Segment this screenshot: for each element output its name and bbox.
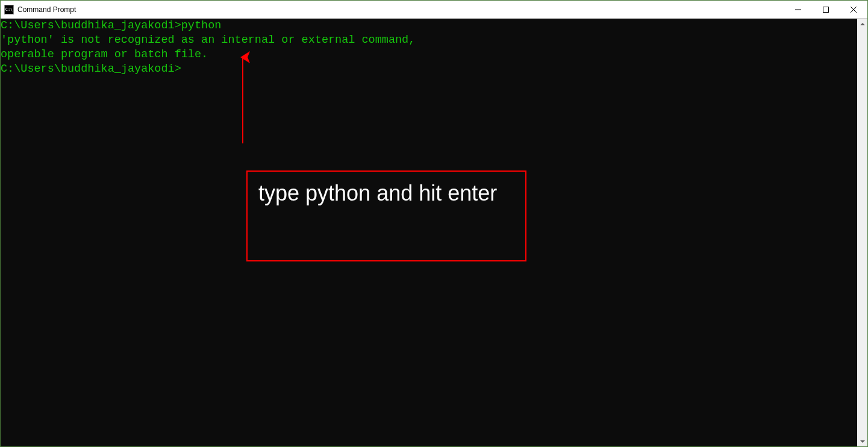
vertical-scrollbar[interactable]	[857, 19, 867, 446]
chevron-up-icon	[860, 23, 865, 25]
close-button[interactable]	[840, 1, 867, 18]
terminal-output[interactable]: C:\Users\buddhika_jayakodi>python'python…	[1, 19, 857, 446]
close-icon	[851, 7, 857, 13]
chevron-down-icon	[860, 440, 865, 443]
scroll-down-button[interactable]	[857, 436, 867, 446]
maximize-button[interactable]	[812, 1, 840, 18]
terminal-line: 'python' is not recognized as an interna…	[1, 33, 857, 48]
minimize-button[interactable]	[784, 1, 812, 18]
maximize-icon	[823, 7, 829, 13]
app-icon: C:\	[4, 5, 14, 14]
command-prompt-window: C:\ Command Prompt C:\Users\buddhika_jay…	[0, 0, 868, 447]
terminal-line: operable program or batch file.	[1, 48, 857, 62]
svg-rect-0	[823, 7, 829, 12]
terminal-prompt: C:\Users\buddhika_jayakodi>	[1, 62, 857, 77]
window-title: Command Prompt	[17, 5, 784, 14]
titlebar[interactable]: C:\ Command Prompt	[1, 1, 867, 19]
terminal-area[interactable]: C:\Users\buddhika_jayakodi>python'python…	[1, 19, 867, 446]
window-controls	[784, 1, 867, 18]
minimize-icon	[795, 7, 801, 13]
scroll-up-button[interactable]	[857, 19, 867, 29]
terminal-line: C:\Users\buddhika_jayakodi>python	[1, 19, 857, 33]
scroll-track[interactable]	[857, 29, 867, 436]
